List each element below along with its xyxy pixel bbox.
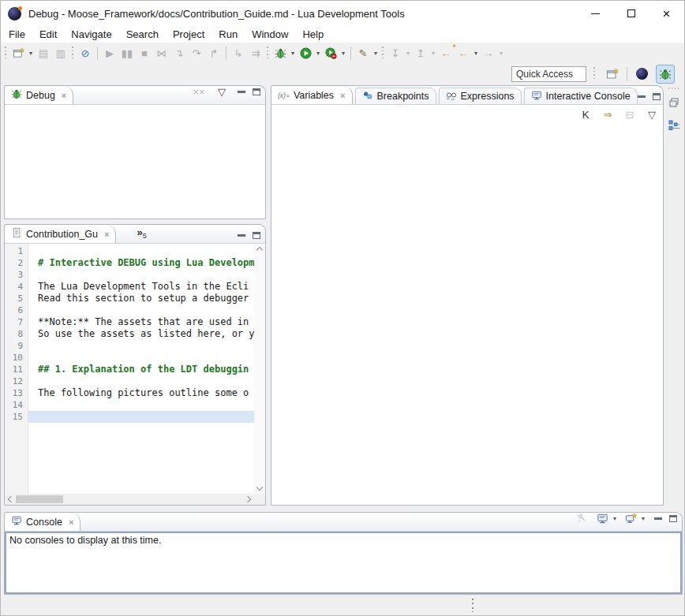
run-button[interactable] bbox=[297, 44, 314, 62]
code-line[interactable]: 5Read this section to setup a debugger bbox=[5, 293, 254, 304]
external-tools-dropdown[interactable]: ▾ bbox=[372, 50, 380, 57]
restore-view-button[interactable] bbox=[668, 96, 680, 112]
save-all-button[interactable]: ▥ bbox=[52, 44, 69, 62]
display-selected-console-dropdown[interactable]: ▾ bbox=[611, 515, 619, 522]
run-dropdown[interactable]: ▾ bbox=[314, 50, 322, 57]
code-line[interactable]: 10 bbox=[5, 352, 254, 364]
trim-drag-handle[interactable] bbox=[472, 599, 474, 612]
trim-drag-handle[interactable] bbox=[668, 88, 679, 89]
tab-variables[interactable]: (x)=Variables× bbox=[271, 86, 353, 104]
previous-annotation-button[interactable]: ↥ bbox=[412, 44, 429, 62]
minimize-window-button[interactable] bbox=[578, 1, 613, 26]
back-button[interactable]: ← bbox=[455, 44, 472, 62]
close-window-button[interactable]: × bbox=[649, 1, 684, 26]
minimize-view-button[interactable] bbox=[638, 95, 646, 98]
vertical-scrollbar[interactable] bbox=[254, 244, 265, 494]
menu-item-run[interactable]: Run bbox=[211, 28, 245, 41]
code-line[interactable]: 4The Lua Development Tools in the Ecli bbox=[5, 281, 254, 293]
code-line[interactable]: 6 bbox=[5, 304, 254, 316]
scroll-right-icon[interactable] bbox=[245, 496, 251, 502]
outline-view-button[interactable] bbox=[668, 119, 680, 135]
menu-item-search[interactable]: Search bbox=[119, 28, 166, 41]
debug-button[interactable] bbox=[271, 44, 289, 62]
minimize-view-button[interactable] bbox=[654, 517, 662, 520]
code-line[interactable]: 14 bbox=[5, 399, 254, 411]
menu-item-window[interactable]: Window bbox=[245, 28, 295, 41]
step-return-button[interactable]: ↱ bbox=[205, 44, 223, 62]
debug-dropdown[interactable]: ▾ bbox=[289, 50, 297, 57]
minimize-view-button[interactable] bbox=[238, 234, 245, 237]
drop-to-frame-button[interactable]: ↳ bbox=[230, 44, 247, 62]
next-annotation-button[interactable]: ↧ bbox=[387, 44, 404, 62]
code-line[interactable]: 7**Note:** The assets that are used in bbox=[5, 316, 254, 328]
close-tab-icon[interactable]: × bbox=[104, 230, 109, 239]
run-last-coverage-button[interactable] bbox=[322, 44, 339, 62]
maximize-view-button[interactable] bbox=[253, 232, 260, 239]
menu-item-navigate[interactable]: Navigate bbox=[64, 28, 118, 41]
maximize-view-button[interactable] bbox=[653, 93, 661, 100]
menu-item-file[interactable]: File bbox=[2, 28, 32, 41]
editor-tab[interactable]: Contribution_Gu × bbox=[5, 225, 116, 243]
menu-item-edit[interactable]: Edit bbox=[32, 28, 64, 41]
code-line[interactable]: 9 bbox=[5, 340, 254, 352]
use-step-filters-button[interactable]: ⇉ bbox=[247, 44, 264, 62]
menu-item-project[interactable]: Project bbox=[166, 28, 211, 41]
next-annotation-dropdown[interactable]: ▾ bbox=[404, 50, 412, 57]
code-line[interactable]: 8So use the assets as listed here, or y bbox=[5, 328, 254, 340]
previous-annotation-dropdown[interactable]: ▾ bbox=[429, 50, 437, 57]
disconnect-button[interactable]: ⋈ bbox=[153, 44, 170, 62]
minimize-view-button[interactable] bbox=[238, 91, 245, 93]
code-line[interactable]: 11## 1. Explanation of the LDT debuggin bbox=[5, 364, 254, 375]
view-menu-button[interactable]: ▽ bbox=[644, 107, 660, 121]
remove-all-terminated-launches-button[interactable]: ×× bbox=[190, 83, 208, 100]
menu-item-help[interactable]: Help bbox=[295, 28, 331, 41]
console-tab[interactable]: Console × bbox=[5, 513, 80, 531]
editor-content[interactable]: 12# Interactive DEBUG using Lua Developm… bbox=[5, 244, 265, 505]
close-tab-icon[interactable]: × bbox=[62, 91, 66, 100]
save-button[interactable]: ▤ bbox=[35, 44, 52, 62]
open-console-dropdown[interactable]: ▾ bbox=[639, 515, 647, 522]
scrollbar-thumb[interactable] bbox=[16, 495, 63, 503]
run-last-coverage-dropdown[interactable]: ▾ bbox=[339, 50, 347, 57]
tab-interactive-console[interactable]: Interactive Console bbox=[524, 88, 638, 104]
resume-button[interactable]: ▶ bbox=[101, 44, 118, 62]
maximize-view-button[interactable] bbox=[669, 515, 677, 522]
new-wizard-button[interactable] bbox=[9, 44, 27, 62]
display-selected-console-button[interactable] bbox=[593, 510, 611, 527]
collapse-all-button[interactable]: ⊟ bbox=[622, 107, 638, 121]
code-line[interactable]: 1 bbox=[5, 245, 254, 257]
back-dropdown[interactable]: ▾ bbox=[472, 50, 480, 57]
code-line[interactable]: 3 bbox=[5, 269, 254, 281]
close-tab-icon[interactable]: × bbox=[69, 517, 73, 527]
debug-perspective-button[interactable] bbox=[656, 65, 675, 84]
forward-button[interactable]: → bbox=[480, 44, 497, 62]
lua-perspective-button[interactable] bbox=[632, 65, 651, 84]
code-line[interactable]: 2# Interactive DEBUG using Lua Developm bbox=[5, 257, 254, 269]
pin-console-button[interactable] bbox=[573, 510, 590, 527]
scroll-left-icon[interactable] bbox=[8, 496, 14, 502]
close-tab-icon[interactable]: × bbox=[340, 91, 345, 100]
view-menu-button[interactable]: ▽ bbox=[213, 83, 230, 100]
last-edit-location-button[interactable]: ←✦ bbox=[437, 44, 455, 62]
code-line[interactable]: 13The following pictures outline some o bbox=[5, 387, 254, 399]
scroll-down-icon[interactable] bbox=[256, 484, 263, 491]
forward-dropdown[interactable]: ▾ bbox=[497, 50, 505, 57]
new-wizard-dropdown[interactable]: ▾ bbox=[27, 50, 35, 57]
tab-expressions[interactable]: Expressions bbox=[439, 88, 522, 104]
show-type-names-button[interactable]: K bbox=[578, 107, 593, 121]
tab-breakpoints[interactable]: Breakpoints bbox=[355, 88, 436, 104]
show-logical-structure-button[interactable]: ⇒ bbox=[600, 107, 616, 121]
show-hidden-editors-button[interactable]: » 5 bbox=[137, 226, 146, 243]
horizontal-scrollbar[interactable] bbox=[5, 494, 254, 505]
maximize-view-button[interactable] bbox=[253, 88, 260, 95]
open-perspective-button[interactable] bbox=[603, 65, 622, 84]
suspend-button[interactable]: ▮▮ bbox=[118, 44, 136, 62]
debug-view-tab[interactable]: Debug × bbox=[5, 86, 73, 104]
step-over-button[interactable]: ↷ bbox=[188, 44, 205, 62]
quick-access-input[interactable]: Quick Access bbox=[511, 66, 586, 82]
terminate-button[interactable]: ■ bbox=[136, 44, 153, 62]
skip-all-breakpoints-button[interactable]: ⊘ bbox=[77, 44, 94, 62]
external-tools-button[interactable]: ✎ bbox=[354, 44, 372, 62]
step-into-button[interactable]: ↴ bbox=[170, 44, 188, 62]
code-line[interactable]: 12 bbox=[5, 375, 254, 387]
